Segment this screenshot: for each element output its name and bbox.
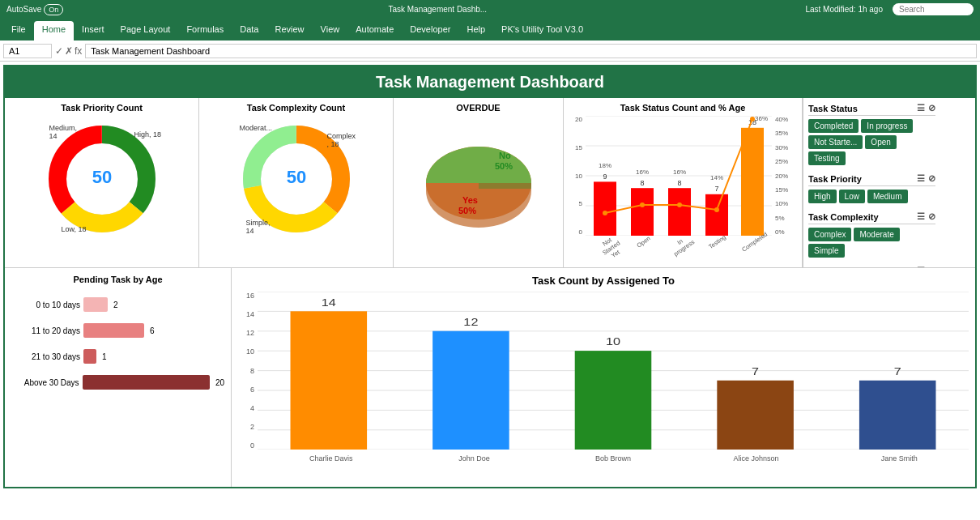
- svg-text:10: 10: [606, 336, 620, 347]
- svg-text:14%: 14%: [710, 174, 723, 181]
- tab-automate[interactable]: Automate: [347, 21, 402, 40]
- slicer-task-status-icons[interactable]: ☰ ⊘: [917, 103, 935, 113]
- task-count-bars: 14 12 10 7 7: [258, 292, 969, 474]
- tab-page-layout[interactable]: Page Layout: [113, 21, 179, 40]
- task-count-chart: Task Count by Assigened To 1614121086420: [232, 268, 975, 487]
- tab-formulas[interactable]: Formulas: [178, 21, 232, 40]
- tab-help[interactable]: Help: [458, 21, 493, 40]
- slicer-btn-complex[interactable]: Complex: [808, 228, 851, 241]
- slicer-task-status-header: Task Status ☰ ⊘: [808, 103, 935, 116]
- slicer-btn-testing[interactable]: Testing: [808, 151, 846, 165]
- svg-point-36: [640, 202, 645, 207]
- formula-icons: ✓ ✗ fx: [55, 45, 82, 57]
- slicer-task-status: Task Status ☰ ⊘ Completed In progress No…: [808, 103, 935, 165]
- autosave-label: AutoSave On: [6, 5, 63, 14]
- slicer-task-complexity-header: Task Complexity ☰ ⊘: [808, 211, 935, 224]
- pending-bar-21-30: [83, 349, 96, 364]
- high-label: High, 18: [134, 130, 162, 139]
- tab-home[interactable]: Home: [34, 21, 74, 40]
- svg-text:7: 7: [894, 366, 901, 377]
- ribbon-tabs: File Home Insert Page Layout Formulas Da…: [0, 18, 980, 40]
- svg-text:No: No: [499, 151, 511, 160]
- slicer-btn-low[interactable]: Low: [839, 190, 865, 203]
- filter-icon-3[interactable]: ☰: [917, 211, 925, 222]
- pending-bar-0-10: [83, 297, 108, 312]
- slicer-department-icons[interactable]: ☰ ⊘: [917, 266, 935, 267]
- overdue-pie: Yes 50% No 50%: [414, 122, 543, 237]
- pending-val-0-10: 2: [113, 300, 118, 309]
- cell-reference[interactable]: [3, 44, 52, 58]
- slicer-task-priority-header: Task Priority ☰ ⊘: [808, 173, 935, 186]
- slicer-btn-not-started[interactable]: Not Starte...: [808, 135, 863, 149]
- pending-bar-above-30: [83, 375, 210, 390]
- svg-text:Yes: Yes: [462, 195, 478, 205]
- slicer-department: Department ☰ ⊘ Central R... East Region …: [808, 266, 935, 267]
- svg-text:50: 50: [92, 167, 111, 187]
- label-not-started: NotStartedYet: [594, 231, 630, 266]
- tab-review[interactable]: Review: [266, 21, 312, 40]
- pending-row-11-20: 11 to 20 days 6: [11, 323, 224, 338]
- task-complexity-donut: 50 Moderat... Complex, 18 Simple,14: [232, 116, 361, 241]
- label-bob: Bob Brown: [581, 454, 646, 462]
- slicer-task-priority: Task Priority ☰ ⊘ High Low Medium: [808, 173, 935, 203]
- tab-developer[interactable]: Developer: [402, 21, 458, 40]
- task-priority-title: Task Priority Count: [61, 103, 143, 113]
- overdue-title: OVERDUE: [456, 103, 500, 113]
- pending-row-21-30: 21 to 30 days 1: [11, 349, 224, 364]
- task-count-title: Task Count by Assigened To: [238, 275, 969, 287]
- filter-icon-4[interactable]: ☰: [917, 266, 925, 267]
- task-status-chart: Task Status Count and % Age 20151050: [564, 98, 803, 267]
- filter-icon-2[interactable]: ☰: [917, 173, 925, 184]
- filter-icon[interactable]: ☰: [917, 103, 925, 113]
- formula-bar: ✓ ✗ fx: [0, 40, 980, 62]
- top-bar: AutoSave On Task Management Dashb... Las…: [0, 0, 980, 18]
- clear-filter-icon-4[interactable]: ⊘: [928, 266, 935, 267]
- svg-point-38: [714, 207, 719, 212]
- slicer-btn-high[interactable]: High: [808, 190, 837, 203]
- svg-rect-53: [575, 351, 652, 450]
- slicer-btn-medium[interactable]: Medium: [867, 190, 908, 203]
- simple-label: Simple,14: [246, 219, 271, 235]
- slicer-task-complexity: Task Complexity ☰ ⊘ Complex Moderate Sim…: [808, 211, 935, 258]
- slicer-department-title: Department: [808, 266, 858, 268]
- search-input[interactable]: [893, 3, 974, 15]
- slicer-task-status-buttons: Completed In progress Not Starte... Open…: [808, 119, 935, 165]
- tab-insert[interactable]: Insert: [74, 21, 113, 40]
- task-priority-chart: Task Priority Count 50 High, 18 Medium,1…: [5, 98, 199, 267]
- x-axis-labels: NotStartedYet Open Inprogress Testing Co…: [586, 239, 772, 257]
- svg-rect-49: [291, 311, 368, 450]
- slicer-btn-simple[interactable]: Simple: [808, 244, 845, 258]
- bars-area: 9 18% 8 16% 8 16% 7 14%: [586, 116, 772, 254]
- slicer-department-header: Department ☰ ⊘: [808, 266, 935, 267]
- tab-file[interactable]: File: [3, 21, 34, 40]
- slicer-task-complexity-icons[interactable]: ☰ ⊘: [917, 211, 935, 222]
- task-complexity-title: Task Complexity Count: [247, 103, 345, 113]
- formula-input[interactable]: [85, 44, 977, 58]
- slicer-task-status-title: Task Status: [808, 104, 858, 113]
- bottom-row-charts: Pending Task by Age 0 to 10 days 2 11 to…: [5, 268, 975, 487]
- clear-filter-icon[interactable]: ⊘: [928, 103, 935, 113]
- tab-view[interactable]: View: [313, 21, 348, 40]
- svg-text:14: 14: [322, 297, 336, 308]
- moderate-label: Moderat...: [240, 124, 273, 132]
- svg-point-35: [603, 211, 607, 215]
- clear-filter-icon-2[interactable]: ⊘: [928, 173, 935, 184]
- svg-text:8: 8: [640, 179, 644, 187]
- svg-rect-23: [631, 188, 654, 236]
- label-alice: Alice Johnson: [720, 454, 793, 462]
- slicer-btn-inprogress[interactable]: In progress: [861, 119, 913, 133]
- pending-label-11-20: 11 to 20 days: [11, 326, 80, 335]
- slicer-task-priority-icons[interactable]: ☰ ⊘: [917, 173, 935, 184]
- svg-text:12: 12: [463, 317, 478, 327]
- tab-pk-utility[interactable]: PK's Utility Tool V3.0: [493, 21, 591, 40]
- medium-label: Medium,14: [49, 124, 78, 140]
- task-count-x-labels: Charlie Davis John Doe Bob Brown Alice J…: [258, 454, 969, 462]
- svg-text:50: 50: [286, 167, 305, 187]
- slicer-btn-open[interactable]: Open: [865, 135, 896, 149]
- slicer-btn-completed[interactable]: Completed: [808, 119, 859, 133]
- clear-filter-icon-3[interactable]: ⊘: [928, 211, 935, 222]
- slicer-btn-moderate[interactable]: Moderate: [854, 228, 899, 241]
- pending-label-above-30: Above 30 Days: [11, 378, 79, 387]
- tab-data[interactable]: Data: [232, 21, 266, 40]
- task-complexity-chart: Task Complexity Count 50 Moderat... Comp…: [199, 98, 394, 267]
